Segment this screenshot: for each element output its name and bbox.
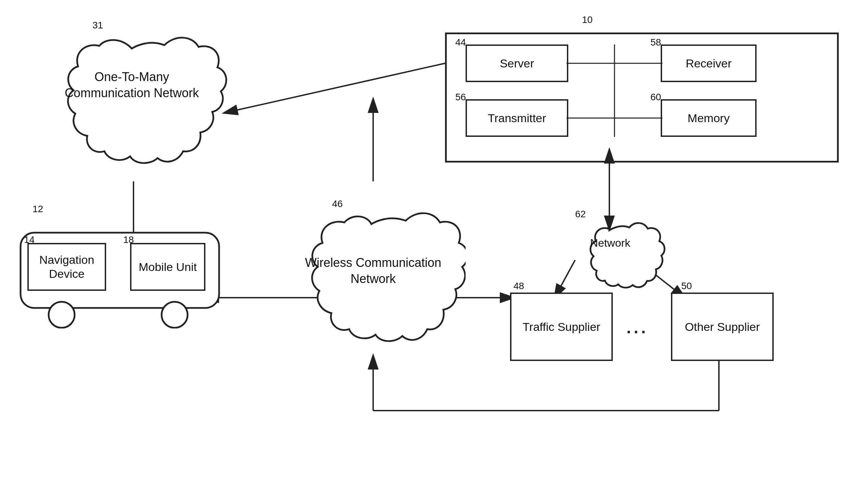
svg-point-18 <box>49 302 75 328</box>
svg-point-19 <box>162 302 188 328</box>
transmitter-box: Transmitter <box>466 99 568 137</box>
ref-56: 56 <box>455 92 466 103</box>
vehicle-container: 14 Navigation Device 18 Mobile Unit <box>17 212 223 330</box>
memory-box: Memory <box>661 99 757 137</box>
other-supplier-box: Other Supplier <box>671 293 774 361</box>
nav-device-label: Navigation Device <box>29 253 105 281</box>
traffic-supplier-box: Traffic Supplier <box>510 293 613 361</box>
wireless-cloud: Wireless Communication Network <box>277 205 466 374</box>
traffic-supplier-label: Traffic Supplier <box>523 320 600 334</box>
transmitter-label: Transmitter <box>488 111 546 125</box>
ellipsis: ... <box>626 318 648 337</box>
network-label: Network <box>582 236 638 250</box>
server-label: Server <box>500 56 534 70</box>
mobile-unit-box: Mobile Unit <box>130 243 205 291</box>
other-supplier-label: Other Supplier <box>685 320 760 334</box>
ref-44: 44 <box>455 37 466 48</box>
server-box: Server <box>466 44 568 82</box>
mobile-unit-label: Mobile Unit <box>139 260 197 274</box>
internal-lines <box>567 44 662 137</box>
diagram: 10 44 Server 58 Receiver 56 Transmitter … <box>0 0 862 504</box>
nav-device-box: Navigation Device <box>27 243 106 291</box>
ref-10: 10 <box>582 14 593 25</box>
wireless-label: Wireless Communication Network <box>305 255 442 287</box>
ref-50: 50 <box>681 281 692 292</box>
one-to-many-label: One-To-Many Communication Network <box>58 69 205 101</box>
ref-48: 48 <box>514 281 524 292</box>
svg-line-3 <box>224 63 445 113</box>
one-to-many-cloud: One-To-Many Communication Network <box>31 28 233 183</box>
memory-label: Memory <box>688 111 730 125</box>
receiver-label: Receiver <box>686 56 732 70</box>
receiver-box: Receiver <box>661 44 757 82</box>
